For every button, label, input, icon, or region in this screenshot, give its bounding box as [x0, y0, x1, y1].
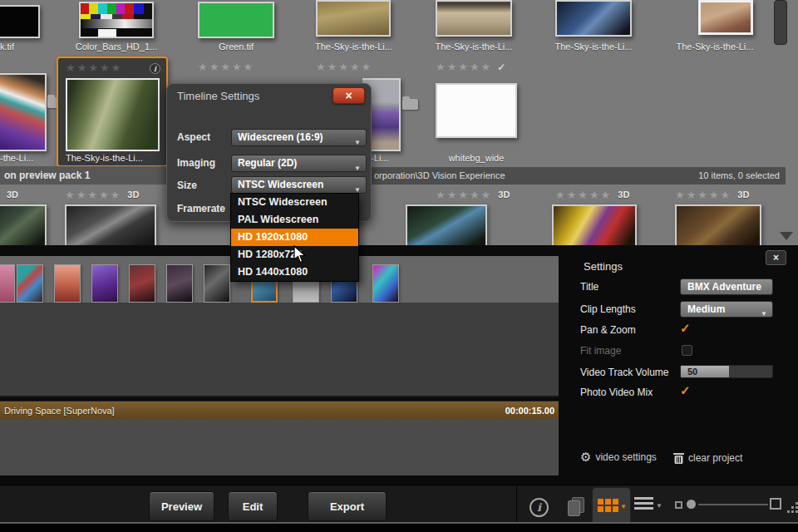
- thumbnail-label: k.tif: [0, 42, 14, 52]
- thumbnail-whitebg[interactable]: [436, 83, 517, 138]
- smartmovie-panel: Driving Space [SuperNova] 00:00:15.00 × …: [0, 245, 798, 485]
- filmstrip-thumb[interactable]: [17, 264, 43, 303]
- 3d-badge: 3D: [498, 190, 510, 200]
- scroll-down-arrow[interactable]: [780, 232, 793, 240]
- 3d-badge: 3D: [618, 190, 629, 200]
- zoom-in-icon[interactable]: [770, 498, 781, 510]
- filmstrip-thumb[interactable]: [129, 264, 155, 303]
- edit-button[interactable]: Edit: [228, 491, 278, 521]
- pan-zoom-checkbox[interactable]: ✓: [680, 321, 691, 336]
- close-icon[interactable]: ×: [332, 87, 365, 104]
- star-rating[interactable]: ★★★★★: [66, 62, 122, 74]
- thumbnail-green-tif[interactable]: [198, 2, 274, 38]
- info-button[interactable]: i: [530, 498, 549, 517]
- photo-video-mix-checkbox[interactable]: ✓: [680, 383, 691, 398]
- clear-project-label: clear project: [688, 452, 742, 464]
- library-3d-item[interactable]: ★★★★★3D: [675, 188, 761, 248]
- info-icon[interactable]: i: [150, 63, 160, 74]
- filmstrip-thumb[interactable]: [0, 264, 15, 303]
- resize-grip[interactable]: [787, 510, 790, 513]
- chevron-down-icon: ▼: [354, 160, 361, 176]
- fit-image-checkbox[interactable]: [682, 345, 692, 356]
- star-rating[interactable]: ★★★★★: [675, 189, 732, 201]
- star-rating[interactable]: ★★★★★: [436, 189, 492, 201]
- clear-project-button[interactable]: clear project: [673, 451, 742, 465]
- thumbnail-photo: [66, 78, 160, 151]
- zoom-slider-track[interactable]: [698, 504, 768, 505]
- thumbnail-photo-partial[interactable]: [0, 73, 47, 151]
- export-button[interactable]: Export: [308, 491, 387, 521]
- group-header[interactable]: orporation\3D Vision Experience 10 items…: [368, 167, 786, 185]
- app-window: k.tif Color_Bars_HD_1... Green.tif The-S…: [0, 0, 798, 532]
- library-3d-item[interactable]: 3D: [0, 188, 47, 248]
- dropdown-option-highlighted[interactable]: HD 1920x1080: [231, 229, 358, 246]
- dropdown-option[interactable]: NTSC Widescreen: [231, 194, 358, 211]
- video-track-volume-label: Video Track Volume: [580, 367, 669, 378]
- clip-lengths-dropdown[interactable]: Medium ▼: [680, 301, 773, 318]
- dropdown-option[interactable]: PAL Widescreen: [231, 211, 358, 229]
- thumbnail-label: The-Sky-is-the-Li...: [554, 42, 633, 52]
- filmstrip-thumb[interactable]: [91, 264, 118, 303]
- filmstrip-thumb[interactable]: [54, 264, 81, 303]
- library-3d-item[interactable]: ★★★★★3D: [552, 188, 637, 248]
- aspect-dropdown[interactable]: Widescreen (16:9) ▼: [231, 129, 367, 146]
- audio-track[interactable]: Driving Space [SuperNova] 00:00:15.00: [0, 401, 559, 419]
- library-browser: k.tif Color_Bars_HD_1... Green.tif The-S…: [0, 0, 798, 245]
- settings-panel: × Settings Title BMX Adventure Clip Leng…: [559, 245, 798, 485]
- imaging-value: Regular (2D): [238, 157, 297, 169]
- color-bars-strip: [81, 3, 152, 14]
- gear-icon: ⚙: [580, 451, 591, 463]
- star-rating[interactable]: ★★★★★: [555, 189, 612, 201]
- thumbnail-3d[interactable]: [406, 204, 487, 248]
- title-input[interactable]: BMX Adventure: [680, 278, 773, 295]
- framerate-label: Framerate: [177, 203, 225, 214]
- dropdown-option[interactable]: HD 1440x1080: [231, 264, 358, 281]
- thumbnail-photo[interactable]: [698, 0, 753, 35]
- thumbnail-photo[interactable]: [436, 0, 512, 37]
- star-rating[interactable]: ★★★★★: [65, 189, 121, 201]
- preview-button[interactable]: Preview: [149, 491, 214, 521]
- rated-check-icon: ✓: [497, 62, 505, 73]
- 3d-badge: 3D: [737, 190, 749, 200]
- thumbnail-photo[interactable]: [316, 0, 391, 37]
- zoom-slider-handle[interactable]: [687, 500, 696, 509]
- thumbnail-label: The-Sky-is-the-Li...: [434, 42, 514, 52]
- title-label: Title: [580, 281, 598, 293]
- filmstrip-thumb[interactable]: [204, 264, 230, 303]
- filmstrip-thumb[interactable]: [166, 264, 193, 303]
- star-rating[interactable]: ★★★★★: [316, 61, 372, 73]
- library-3d-item[interactable]: ★★★★★3D: [65, 188, 156, 248]
- thumbnail-3d[interactable]: [0, 204, 47, 248]
- zoom-out-icon[interactable]: [675, 501, 682, 509]
- scrollbar-thumb[interactable]: [774, 0, 787, 45]
- thumbnail-3d[interactable]: [65, 204, 156, 248]
- stack-view-icon[interactable]: [568, 497, 586, 517]
- thumbnail-color-bars[interactable]: [79, 2, 154, 38]
- list-view-icon: [634, 497, 653, 500]
- thumbnail-3d[interactable]: [675, 204, 761, 248]
- imaging-dropdown[interactable]: Regular (2D) ▼: [231, 155, 367, 172]
- star-rating-row: ★★★★★ ✓: [436, 61, 505, 73]
- 3d-badge: 3D: [7, 190, 18, 200]
- video-settings-button[interactable]: ⚙ video settings: [580, 451, 657, 463]
- clip-lengths-value: Medium: [687, 303, 725, 315]
- panel-divider: [0, 475, 559, 485]
- size-dropdown[interactable]: NTSC Widescreen ▼: [231, 176, 367, 194]
- library-3d-item[interactable]: ★★★★★3D: [406, 188, 487, 248]
- imaging-label: Imaging: [177, 157, 215, 169]
- selected-library-item[interactable]: ★★★★★ i The-Sky-is-the-Li...: [57, 57, 168, 167]
- thumbnail-3d[interactable]: [552, 204, 637, 248]
- settings-heading: Settings: [584, 260, 623, 273]
- thumbnail-photo[interactable]: [555, 0, 632, 37]
- list-view-button[interactable]: ▼: [634, 497, 663, 514]
- chevron-down-icon: ▼: [656, 502, 663, 510]
- star-rating[interactable]: ★★★★★: [198, 61, 254, 73]
- star-rating[interactable]: ★★★★★: [436, 61, 492, 73]
- grid-view-button[interactable]: ▼: [592, 487, 631, 523]
- filmstrip-thumb[interactable]: [372, 264, 399, 303]
- close-icon[interactable]: ×: [766, 250, 786, 265]
- video-track-volume-slider[interactable]: 50: [680, 365, 773, 378]
- thumbnail-label: whitebg_wide: [436, 153, 517, 163]
- thumbnail-k-tif[interactable]: [0, 5, 40, 38]
- mouse-cursor: [293, 245, 307, 264]
